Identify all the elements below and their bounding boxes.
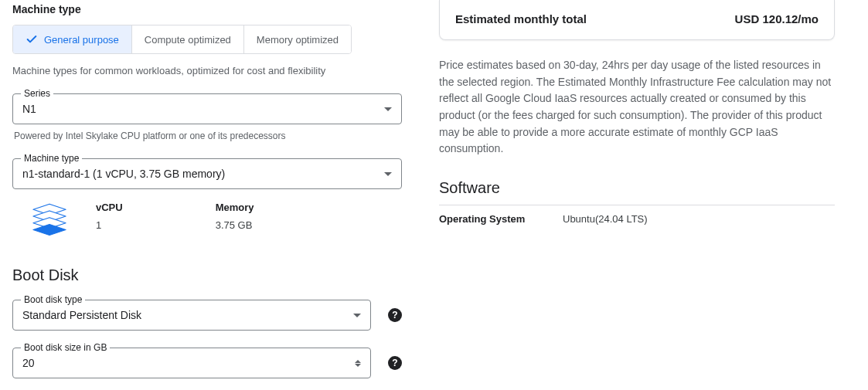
boot-disk-size-value[interactable]	[22, 357, 350, 369]
memory-value: 3.75 GB	[216, 219, 254, 231]
memory-header: Memory	[216, 202, 254, 213]
svg-marker-3	[33, 225, 66, 236]
number-stepper[interactable]	[355, 360, 361, 367]
machine-type-title: Machine type	[12, 3, 402, 15]
software-os-value: Ubuntu(24.04 LTS)	[563, 213, 648, 225]
software-title: Software	[439, 179, 835, 197]
chevron-down-icon	[353, 314, 361, 317]
boot-disk-size-input[interactable]: Boot disk size in GB	[12, 348, 371, 378]
estimated-total-card: Estimated monthly total USD 120.12/mo	[439, 0, 835, 40]
stack-icon	[28, 200, 71, 243]
series-select[interactable]: Series N1	[12, 93, 402, 124]
stepper-up-icon[interactable]	[355, 360, 361, 363]
boot-disk-title: Boot Disk	[12, 266, 402, 284]
series-value: N1	[22, 103, 384, 115]
help-icon[interactable]: ?	[388, 356, 402, 370]
tab-label: General purpose	[44, 34, 119, 46]
estimated-total-value: USD 120.12/mo	[735, 12, 819, 25]
machine-type-select[interactable]: Machine type n1-standard-1 (1 vCPU, 3.75…	[12, 158, 402, 189]
stepper-down-icon[interactable]	[355, 364, 361, 367]
machine-type-tabs: General purpose Compute optimized Memory…	[12, 25, 352, 54]
tab-memory-optimized[interactable]: Memory optimized	[243, 25, 351, 53]
chevron-down-icon	[384, 172, 392, 176]
tab-general-purpose[interactable]: General purpose	[13, 25, 131, 53]
pricing-disclaimer: Price estimates based on 30-day, 24hrs p…	[439, 57, 835, 158]
software-os-label: Operating System	[439, 213, 563, 225]
boot-disk-type-label: Boot disk type	[21, 294, 85, 305]
machine-type-label: Machine type	[21, 153, 82, 164]
vcpu-header: vCPU	[96, 202, 123, 213]
boot-disk-type-value: Standard Persistent Disk	[22, 309, 353, 321]
boot-disk-type-select[interactable]: Boot disk type Standard Persistent Disk	[12, 300, 371, 331]
tab-label: Memory optimized	[257, 34, 339, 46]
software-os-row: Operating System Ubuntu(24.04 LTS)	[439, 205, 835, 225]
tab-compute-optimized[interactable]: Compute optimized	[131, 25, 243, 53]
machine-type-value: n1-standard-1 (1 vCPU, 3.75 GB memory)	[22, 168, 384, 180]
vcpu-value: 1	[96, 219, 123, 231]
estimated-total-label: Estimated monthly total	[455, 12, 587, 25]
machine-type-tab-description: Machine types for common workloads, opti…	[12, 65, 402, 76]
check-icon	[26, 33, 38, 46]
help-icon[interactable]: ?	[388, 308, 402, 322]
series-hint: Powered by Intel Skylake CPU platform or…	[12, 131, 402, 141]
boot-disk-size-label: Boot disk size in GB	[21, 342, 110, 353]
machine-specs: vCPU 1 Memory 3.75 GB	[12, 200, 402, 243]
chevron-down-icon	[384, 107, 392, 111]
tab-label: Compute optimized	[145, 34, 231, 46]
series-label: Series	[21, 88, 53, 99]
